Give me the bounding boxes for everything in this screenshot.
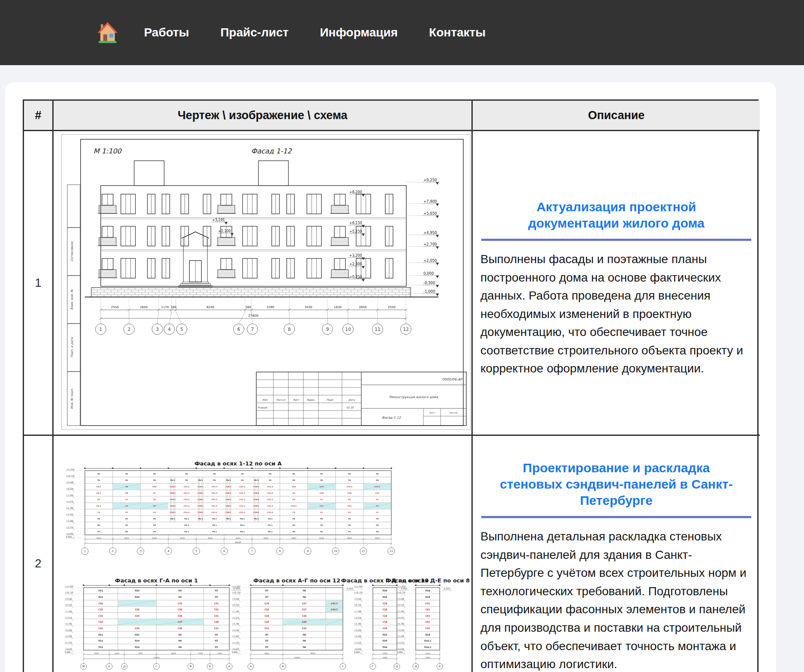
svg-text:11: 11	[362, 549, 365, 553]
svg-text:П9: П9	[178, 596, 182, 598]
svg-text:12: 12	[403, 327, 408, 332]
top-navbar: Работы Прайс-лист Информация Контакты	[0, 0, 804, 65]
svg-text:6000: 6000	[375, 537, 380, 539]
svg-text:С11.2: С11.2	[267, 511, 273, 513]
svg-text:П34: П34	[382, 633, 387, 636]
svg-text:+8,200: +8,200	[349, 190, 362, 194]
svg-text:Изм: Изм	[262, 398, 268, 401]
svg-text:+0,020: +0,020	[65, 648, 72, 650]
svg-text:Е: Е	[108, 665, 110, 668]
svg-text:380: 380	[171, 306, 176, 309]
svg-text:Д: Д	[414, 665, 417, 668]
svg-text:П34: П34	[382, 646, 387, 648]
svg-text:+2,100: +2,100	[218, 229, 231, 233]
svg-text:П4.1: П4.1	[184, 531, 189, 533]
svg-text:С11.1: С11.1	[240, 486, 245, 488]
svg-text:+10,730: +10,730	[66, 475, 75, 477]
svg-text:С11.2: С11.2	[240, 498, 245, 501]
svg-text:В: В	[190, 665, 192, 668]
svg-text:+1,210: +1,210	[354, 642, 361, 644]
svg-text:+0,020: +0,020	[66, 533, 73, 535]
svg-text:Пб.1: Пб.1	[254, 479, 259, 481]
svg-text:Разраб.: Разраб.	[258, 406, 268, 409]
row1-drawing-facade-sheet: СогласованоВзам. инв. №Подп. и датаИнв. …	[54, 131, 473, 436]
svg-text:П9: П9	[178, 646, 182, 648]
svg-text:3430: 3430	[305, 306, 312, 309]
nav-link-works[interactable]: Работы	[144, 26, 189, 39]
svg-text:+1,210: +1,210	[232, 642, 239, 644]
svg-text:С13.1: С13.1	[291, 505, 297, 507]
svg-text:С11.2: С11.2	[212, 492, 217, 494]
svg-text:С36: С36	[178, 627, 183, 630]
svg-text:+2,050: +2,050	[423, 258, 437, 263]
svg-text:П1: П1	[97, 479, 100, 481]
nav-link-information[interactable]: Информация	[320, 26, 398, 39]
svg-text:+4,950: +4,950	[423, 231, 437, 235]
svg-text:С29: С29	[302, 621, 307, 623]
svg-text:П4.1: П4.1	[268, 518, 273, 520]
svg-text:С29: С29	[135, 615, 140, 617]
svg-text:П3: П3	[153, 518, 156, 520]
svg-text:С13.1: С13.1	[347, 486, 352, 488]
svg-text:С41: С41	[426, 615, 430, 617]
svg-text:С11.2: С11.2	[267, 498, 273, 501]
svg-text:1170: 1170	[161, 306, 169, 309]
svg-text:С36: С36	[178, 615, 183, 617]
svg-text:+9,250: +9,250	[423, 178, 437, 182]
svg-text:6: 6	[223, 549, 225, 553]
svg-text:В: В	[282, 665, 284, 668]
svg-text:Б: Б	[209, 665, 211, 668]
svg-text:С28.1: С28.1	[225, 486, 231, 488]
svg-text:С20: С20	[320, 492, 324, 494]
svg-text:Пб.1: Пб.1	[254, 518, 259, 520]
svg-text:П4.1: П4.1	[184, 524, 189, 526]
svg-text:+1,210: +1,210	[397, 642, 404, 644]
svg-text:Фасад в осях 1-12 по оси А: Фасад в осях 1-12 по оси А	[195, 460, 282, 467]
svg-text:0,000: 0,000	[232, 651, 237, 653]
svg-text:2700: 2700	[198, 652, 203, 654]
svg-text:+6,150: +6,150	[349, 221, 362, 225]
nav-link-pricelist[interactable]: Прайс-лист	[220, 26, 288, 39]
svg-text:П2: П2	[320, 518, 323, 520]
svg-text:С34: С34	[99, 602, 103, 605]
svg-text:С28.1: С28.1	[253, 511, 259, 513]
svg-text:2: 2	[128, 327, 131, 332]
svg-text:С38: С38	[214, 621, 219, 623]
svg-text:С26: С26	[264, 621, 269, 623]
svg-text:27400: 27400	[248, 314, 258, 318]
svg-text:П4.1: П4.1	[268, 524, 273, 526]
svg-text:+11,920: +11,920	[397, 585, 405, 588]
svg-text:+9,540: +9,540	[66, 481, 73, 483]
svg-text:+3,590: +3,590	[65, 629, 72, 631]
nav-link-contacts[interactable]: Контакты	[429, 26, 486, 39]
svg-text:С28.1: С28.1	[170, 505, 175, 507]
col-header-drawing: Чертеж \ изображение \ схема	[54, 101, 473, 131]
svg-text:-0,263: -0,263	[346, 587, 353, 590]
svg-text:С41: С41	[426, 627, 430, 630]
svg-text:С1: С1	[98, 498, 100, 501]
svg-text:2550: 2550	[388, 306, 396, 309]
svg-text:А: А	[228, 665, 231, 668]
svg-text:+5,250: +5,250	[349, 230, 362, 234]
svg-text:+8,350: +8,350	[397, 604, 404, 606]
home-icon[interactable]	[96, 21, 119, 44]
svg-text:П18: П18	[425, 589, 430, 592]
svg-text:П3: П3	[376, 479, 379, 481]
svg-text:Г: Г	[342, 665, 344, 668]
svg-text:+5,970: +5,970	[354, 617, 361, 619]
svg-text:+10,730: +10,730	[354, 591, 363, 594]
svg-text:С11.2: С11.2	[184, 492, 189, 494]
svg-text:+8,350: +8,350	[66, 488, 73, 490]
svg-text:11: 11	[375, 327, 380, 332]
svg-text:4: 4	[168, 549, 169, 553]
svg-text:П9: П9	[178, 589, 182, 592]
svg-text:+1,210: +1,210	[65, 642, 72, 644]
svg-text:П1: П1	[97, 524, 100, 526]
svg-text:С18: С18	[383, 615, 387, 617]
svg-text:Кол.уч: Кол.уч	[276, 398, 285, 402]
svg-text:+9,540: +9,540	[65, 598, 72, 600]
svg-text:С2: С2	[321, 498, 323, 501]
row2-description: Проектирование и раскладка стеновых сэнд…	[473, 436, 760, 672]
svg-text:3300: 3300	[217, 652, 222, 654]
svg-text:9: 9	[326, 327, 329, 332]
